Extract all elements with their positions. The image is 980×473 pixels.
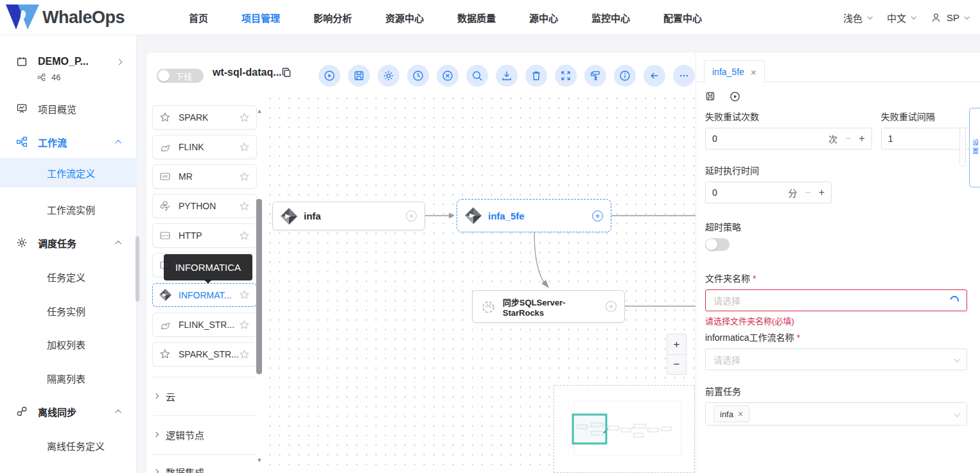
search-button[interactable] — [466, 65, 488, 87]
project-expand-icon[interactable] — [116, 58, 123, 65]
download-button[interactable] — [496, 65, 518, 87]
palette-section-logic-nodes[interactable]: 逻辑节点 — [154, 424, 257, 445]
dag-node-infa[interactable]: infa — [272, 202, 425, 230]
tab-infa-5fe[interactable]: infa_5fe — [704, 60, 765, 83]
favorite-star-icon[interactable] — [239, 171, 250, 182]
informatica-icon — [281, 208, 297, 225]
sidebar-item-task-instance[interactable]: 任务实例 — [0, 299, 137, 322]
sidebar-item-project-overview[interactable]: 项目概览 — [0, 97, 137, 120]
dag-node-sync-sqlserver-starrocks[interactable]: 同步SQLServer-StarRocks — [472, 290, 625, 323]
informatica-workflow-select[interactable]: 请选择 — [705, 348, 967, 370]
add-edge-icon[interactable] — [406, 211, 417, 221]
add-edge-icon[interactable] — [606, 301, 617, 312]
nav-monitor-center[interactable]: 监控中心 — [591, 11, 630, 24]
back-button[interactable] — [643, 65, 665, 87]
close-workflow-button[interactable] — [437, 65, 459, 87]
zoom-in-button[interactable]: + — [667, 334, 686, 354]
retry-times-stepper[interactable]: 次 — [705, 128, 872, 150]
pre-tasks-select[interactable]: infa — [705, 402, 967, 426]
sidebar-group-schedule-tasks[interactable]: 调度任务 — [0, 231, 137, 254]
nav-project-management[interactable]: 项目管理 — [241, 11, 280, 24]
sidebar-scrollbar[interactable] — [136, 236, 139, 302]
close-icon[interactable] — [751, 67, 757, 78]
timeout-toggle[interactable] — [705, 238, 730, 251]
nav-config-center[interactable]: 配置中心 — [663, 11, 702, 24]
add-edge-icon[interactable] — [592, 211, 603, 221]
dag-node-infa-5fe[interactable]: infa_5fe — [457, 199, 611, 232]
schedule-button[interactable] — [407, 65, 429, 87]
minus-icon[interactable] — [845, 133, 851, 144]
favorite-star-icon[interactable] — [239, 320, 250, 331]
palette-item-http[interactable]: HTTP HTTP — [152, 223, 257, 248]
user-menu[interactable]: SP — [931, 12, 968, 23]
copy-icon[interactable] — [281, 67, 292, 78]
retry-times-input[interactable] — [712, 133, 828, 144]
palette-item-spark-stream[interactable]: SPARK_STR... — [152, 342, 257, 366]
language-select[interactable]: 中文 — [887, 11, 915, 24]
nav-data-quality[interactable]: 数据质量 — [457, 11, 496, 24]
theme-select[interactable]: 浅色 — [843, 11, 871, 24]
minimap[interactable] — [554, 385, 695, 473]
release-status-toggle[interactable]: 下线 — [157, 69, 204, 83]
favorite-star-icon[interactable] — [239, 142, 250, 153]
collapsed-settings-tab[interactable]: 设置 — [969, 108, 980, 187]
favorite-star-icon[interactable] — [239, 230, 250, 241]
palette-item-spark[interactable]: SPARK — [152, 105, 257, 130]
pre-task-tag: infa — [713, 406, 749, 422]
project-switcher[interactable]: DEMO_P... — [0, 52, 137, 71]
save-icon[interactable] — [705, 91, 715, 101]
sidebar-group-offline-sync[interactable]: 离线同步 — [0, 400, 137, 423]
fullscreen-button[interactable] — [555, 65, 577, 87]
gear-icon — [383, 70, 394, 82]
plus-icon[interactable] — [859, 133, 864, 144]
flink-icon — [159, 141, 172, 153]
nav-home[interactable]: 首页 — [189, 11, 208, 24]
palette-scroll-down-icon[interactable] — [256, 457, 263, 463]
minus-icon[interactable] — [805, 187, 810, 198]
delay-input[interactable] — [712, 187, 788, 198]
palette-item-mr[interactable]: MR MR — [152, 164, 257, 189]
sidebar-item-workflow-definition[interactable]: 工作流定义 — [0, 158, 137, 187]
sidebar-item-workflow-instance[interactable]: 工作流实例 — [0, 198, 137, 221]
trash-icon — [530, 70, 542, 82]
sidebar-item-offline-task-definition[interactable]: 离线任务定义 — [0, 434, 137, 457]
info-button[interactable] — [614, 65, 636, 87]
nav-source-center[interactable]: 源中心 — [529, 11, 558, 24]
sidebar-item-task-definition[interactable]: 任务定义 — [0, 265, 137, 288]
folder-select[interactable]: 请选择 — [705, 289, 967, 311]
retry-interval-input[interactable] — [888, 133, 980, 144]
remove-tag-icon[interactable] — [738, 409, 743, 419]
run-button[interactable] — [319, 65, 340, 87]
favorite-star-icon[interactable] — [239, 201, 250, 212]
sidebar-item-isolation-list[interactable]: 隔离列表 — [0, 366, 137, 390]
favorite-star-icon[interactable] — [239, 289, 250, 300]
panel-scrollbar[interactable] — [959, 127, 966, 167]
palette-scroll-up-icon[interactable] — [256, 108, 263, 114]
nav-resource-center[interactable]: 资源中心 — [385, 11, 424, 24]
svg-text:MR: MR — [162, 175, 168, 178]
minimap-viewport[interactable] — [573, 415, 606, 443]
play-icon[interactable] — [730, 91, 740, 102]
palette-item-flink[interactable]: FLINK — [152, 135, 257, 159]
format-dag-button[interactable] — [584, 65, 606, 87]
palette-section-data-integration[interactable]: 数据集成 — [154, 461, 257, 473]
field-label: 延时执行时间 — [705, 164, 967, 176]
favorite-star-icon[interactable] — [239, 112, 250, 123]
zoom-out-button[interactable]: − — [667, 354, 686, 374]
palette-scrollbar[interactable] — [256, 199, 262, 374]
delete-button[interactable] — [525, 65, 547, 87]
palette-section-cloud[interactable]: 云 — [154, 385, 257, 407]
sidebar-item-weighted-list[interactable]: 加权列表 — [0, 332, 137, 356]
favorite-star-icon[interactable] — [239, 349, 250, 360]
save-button[interactable] — [348, 65, 370, 87]
more-button[interactable] — [673, 65, 695, 87]
chevron-right-icon — [153, 469, 159, 473]
plus-icon[interactable] — [819, 187, 825, 198]
delay-stepper[interactable]: 分 — [705, 182, 832, 203]
palette-item-python[interactable]: PYTHON — [152, 194, 257, 218]
settings-button[interactable] — [378, 65, 399, 87]
nav-impact-analysis[interactable]: 影响分析 — [313, 11, 352, 24]
sidebar-group-workflow[interactable]: 工作流 — [0, 130, 137, 153]
brand[interactable]: WhaleOps — [5, 3, 166, 32]
palette-item-flink-stream[interactable]: FLINK_STR... — [152, 313, 257, 337]
